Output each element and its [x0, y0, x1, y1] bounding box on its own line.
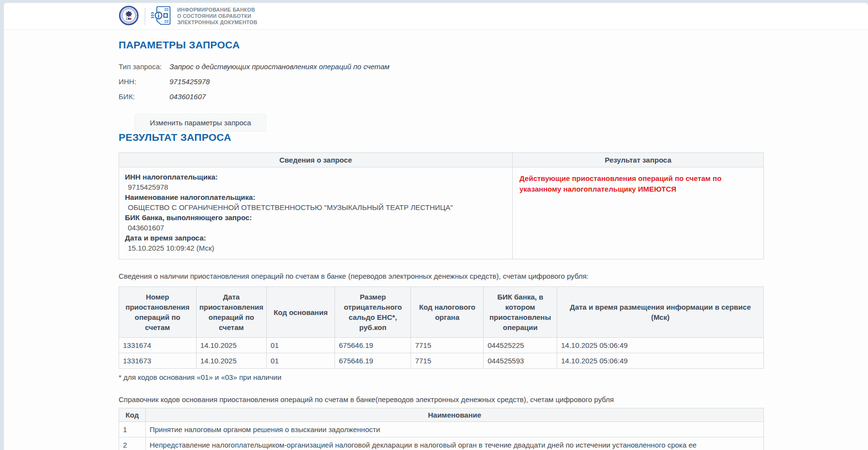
column-header: Размер отрицательного сальдо ЕНС*, руб.к… [335, 287, 411, 338]
param-label: БИК: [119, 92, 169, 101]
basis-code-footnote: * для кодов основания «01» и «03» при на… [119, 373, 764, 381]
request-result-table: Сведения о запросе Результат запроса ИНН… [119, 152, 764, 259]
cell-suspension-date: 14.10.2025 [196, 353, 266, 369]
cell-balance: 675646.19 [335, 353, 411, 369]
cell-publish-datetime: 14.10.2025 05:06:49 [557, 353, 764, 369]
table-row: 1331673 14.10.2025 01 675646.19 7715 044… [119, 353, 764, 369]
cell-suspension-number: 1331674 [119, 338, 197, 353]
result-status-text: Действующие приостановления операций по … [519, 174, 721, 193]
param-value: 9715425978 [169, 77, 210, 86]
table-header-row: Сведения о запросе Результат запроса [119, 153, 764, 167]
document-info-icon [150, 5, 172, 28]
param-label: ИНН: [119, 77, 169, 86]
cell-basis-code: 01 [267, 338, 335, 353]
cell-bank-bik: 044525225 [484, 338, 557, 353]
service-title-line: О СОСТОЯНИИ ОБРАБОТКИ [177, 13, 258, 19]
info-label: Дата и время запроса: [125, 233, 507, 243]
request-params-list: Тип запроса: Запрос о действующих приост… [119, 62, 764, 101]
column-header: Код основания [267, 287, 335, 338]
logo-divider [145, 8, 145, 25]
request-info-cell: ИНН налогоплательщика: 9715425978 Наимен… [119, 167, 513, 259]
main-content: ПАРАМЕТРЫ ЗАПРОСА Тип запроса: Запрос о … [4, 30, 868, 450]
cell-tax-authority-code: 7715 [411, 353, 484, 369]
column-header: БИК банка, в котором приостановлены опер… [484, 287, 557, 338]
cell-balance: 675646.19 [335, 338, 411, 353]
cell-tax-authority-code: 7715 [411, 338, 484, 353]
cell-suspension-number: 1331673 [119, 353, 197, 369]
info-label: БИК банка, выполняющего запрос: [125, 212, 507, 223]
param-label: Тип запроса: [119, 62, 169, 71]
info-value: 15.10.2025 10:09:42 (Мск) [125, 243, 507, 253]
service-title-line: ЭЛЕКТРОННЫХ ДОКУМЕНТОВ [177, 19, 258, 26]
param-value: Запрос о действующих приостановлениях оп… [169, 62, 390, 71]
info-value: 043601607 [125, 223, 507, 233]
table-row: 1331674 14.10.2025 01 675646.19 7715 044… [119, 338, 764, 353]
edit-params-button[interactable]: Изменить параметры запроса [135, 114, 266, 132]
param-row-bik: БИК: 043601607 [119, 92, 764, 101]
codes-reference-intro-text: Справочник кодов основания приостановлен… [119, 395, 764, 404]
request-result-cell: Действующие приостановления операций по … [513, 167, 764, 259]
cell-publish-datetime: 14.10.2025 05:06:49 [557, 338, 764, 353]
info-column-header: Сведения о запросе [119, 153, 513, 167]
info-value: 9715425978 [125, 182, 507, 192]
service-title: ИНФОРМИРОВАНИЕ БАНКОВ О СОСТОЯНИИ ОБРАБО… [177, 7, 258, 26]
cell-name: Принятие налоговым органом решения о взы… [146, 422, 764, 437]
suspensions-intro-text: Сведения о наличии приостановления опера… [119, 272, 764, 280]
service-logo-link[interactable]: ИНФОРМИРОВАНИЕ БАНКОВ О СОСТОЯНИИ ОБРАБО… [119, 5, 258, 28]
service-title-line: ИНФОРМИРОВАНИЕ БАНКОВ [177, 7, 258, 13]
param-row-request-type: Тип запроса: Запрос о действующих приост… [119, 62, 764, 71]
cell-basis-code: 01 [267, 353, 335, 369]
request-result-heading: РЕЗУЛЬТАТ ЗАПРОСА [119, 132, 764, 143]
column-header-name: Наименование [146, 408, 764, 422]
cell-bank-bik: 044525593 [484, 353, 557, 369]
table-header-row: Номер приостановления операций по счетам… [119, 287, 764, 338]
info-label: Наименование налогоплательщика: [125, 192, 507, 202]
suspensions-table: Номер приостановления операций по счетам… [119, 286, 764, 369]
param-row-inn: ИНН: 9715425978 [119, 77, 764, 86]
cell-suspension-date: 14.10.2025 [196, 338, 266, 353]
param-value: 043601607 [169, 92, 206, 101]
cell-code: 1 [119, 422, 146, 437]
table-row: ИНН налогоплательщика: 9715425978 Наимен… [119, 167, 764, 259]
info-label: ИНН налогоплательщика: [125, 172, 507, 182]
codes-reference-table: Код Наименование 1 Принятие налоговым ор… [119, 408, 764, 450]
request-params-heading: ПАРАМЕТРЫ ЗАПРОСА [119, 30, 764, 51]
column-header: Код налогового органа [411, 287, 484, 338]
cell-name: Непредставление налогоплательщиком-орган… [146, 437, 764, 450]
info-value: ОБЩЕСТВО С ОГРАНИЧЕННОЙ ОТВЕТСТВЕННОСТЬЮ… [125, 202, 507, 212]
column-header-code: Код [119, 408, 146, 422]
page-card: ИНФОРМИРОВАНИЕ БАНКОВ О СОСТОЯНИИ ОБРАБО… [4, 3, 868, 450]
column-header: Дата приостановления операций по счетам [196, 287, 266, 338]
fns-emblem-icon [119, 5, 139, 28]
column-header: Номер приостановления операций по счетам [119, 287, 197, 338]
table-row: 1 Принятие налоговым органом решения о в… [119, 422, 764, 437]
table-header-row: Код Наименование [119, 408, 764, 422]
column-header: Дата и время размещения информации в сер… [557, 287, 764, 338]
app-header: ИНФОРМИРОВАНИЕ БАНКОВ О СОСТОЯНИИ ОБРАБО… [4, 3, 868, 30]
result-column-header: Результат запроса [513, 153, 764, 167]
table-row: 2 Непредставление налогоплательщиком-орг… [119, 437, 764, 450]
cell-code: 2 [119, 437, 146, 450]
